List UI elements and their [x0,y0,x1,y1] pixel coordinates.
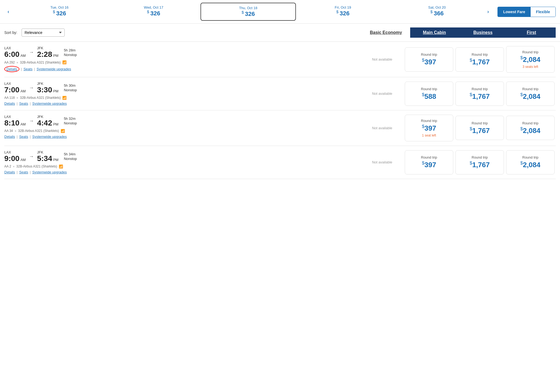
wifi-icon: 📶 [59,164,63,169]
prev-date-arrow[interactable]: ‹ [4,7,12,17]
main-cabin-price-card[interactable]: Round trip $588 [405,82,453,106]
date-tab-2[interactable]: Thu, Oct 18 $ 326 [201,3,296,21]
flight-airports: LAX 8:10 AM → JFK 4:42 PM 5h 32m Nonstop [4,115,104,127]
systemwide-upgrades-link[interactable]: Systemwide upgrades [32,102,67,106]
flight-meta: AA 2 ● 32B-Airbus A321 (Sharklets) 📶 [4,164,104,169]
flight-number: AA 34 [4,129,13,133]
flight-airports: LAX 7:00 AM → JFK 3:30 PM 5h 30m Nonstop [4,82,104,94]
first-price-card[interactable]: Round trip $2,084 [506,150,555,174]
business-header[interactable]: Business [459,27,507,38]
flight-info: LAX 7:00 AM → JFK 3:30 PM 5h 30m Nonstop… [4,82,107,106]
flexible-button[interactable]: Flexible [531,7,555,17]
flight-info: LAX 8:10 AM → JFK 4:42 PM 5h 32m Nonstop… [4,115,107,141]
price-cards: Not available Round trip $588 Round trip… [109,82,556,106]
arrival-airport: JFK 2:28 PM [37,46,58,59]
first-price-card[interactable]: Round trip $2,084 [506,82,555,106]
lowest-fare-button[interactable]: Lowest Fare [498,7,531,17]
aircraft-type: 32B-Airbus A321 (Sharklets) [18,129,59,133]
dot-separator: ● [13,164,15,168]
date-tab-4[interactable]: Sat, Oct 20 $ 366 [390,3,484,21]
flight-row: LAX 7:00 AM → JFK 3:30 PM 5h 30m Nonstop… [4,77,556,110]
dot-separator: ● [16,96,18,100]
dot-separator: ● [15,129,16,133]
details-link[interactable]: Details [4,102,15,106]
price-cards: Not available Round trip $397 Round trip… [109,46,556,73]
basic-economy-unavailable: Not available [361,124,404,132]
basic-economy-unavailable: Not available [361,55,404,64]
business-price-card[interactable]: Round trip $1,767 [455,116,504,140]
business-price-card[interactable]: Round trip $1,767 [455,47,504,72]
flight-number: AA 292 [4,61,15,64]
flight-airports: LAX 6:00 AM → JFK 2:28 PM 5h 28m Nonstop [4,46,104,59]
flight-number: AA 118 [4,96,15,100]
sort-header: Sort by: Relevance Basic Economy Main Ca… [0,24,560,42]
date-navigation: ‹ Tue, Oct 16 $ 326 Wed, Oct 17 $ 326 Th… [0,0,560,24]
fare-toggle: Lowest Fare Flexible [497,7,556,17]
first-price-card[interactable]: Round trip $2,084 3 seats left [506,46,555,73]
column-headers: Basic Economy Main Cabin Business First [69,27,556,38]
flight-duration-block: 5h 32m Nonstop [64,117,77,125]
flight-number: AA 2 [4,164,11,168]
flights-list: LAX 6:00 AM → JFK 2:28 PM 5h 28m Nonstop… [0,42,560,179]
flight-info: LAX 9:00 AM → JFK 5:34 PM 5h 34m Nonstop… [4,150,107,174]
seats-link[interactable]: Seats [23,67,32,71]
main-cabin-price-card[interactable]: Round trip $397 [405,47,453,72]
sort-label: Sort by: [4,30,17,35]
basic-economy-header[interactable]: Basic Economy [362,27,410,38]
basic-economy-unavailable: Not available [361,158,404,166]
date-tab-0[interactable]: Tue, Oct 16 $ 326 [12,3,106,21]
arrival-airport: JFK 4:42 PM [37,115,58,127]
aircraft-type: 32B-Airbus A321 (Sharklets) [20,96,61,100]
flight-links: Details | Seats | Systemwide upgrades [4,66,104,72]
details-link[interactable]: Details [4,170,15,174]
basic-economy-unavailable: Not available [361,89,404,98]
details-link[interactable]: Details [4,66,19,72]
main-cabin-price-card[interactable]: Round trip $397 1 seat left [405,115,453,141]
arrow-icon: → [29,50,34,55]
flight-airports: LAX 9:00 AM → JFK 5:34 PM 5h 34m Nonstop [4,150,104,163]
first-header[interactable]: First [507,27,556,38]
sort-select[interactable]: Relevance [22,29,65,37]
arrow-icon: → [29,85,34,91]
date-tab-1[interactable]: Wed, Oct 17 $ 326 [106,3,201,21]
price-cards: Not available Round trip $397 Round trip… [109,150,556,174]
price-cards: Not available Round trip $397 1 seat lef… [109,115,556,141]
departure-airport: LAX 8:10 AM [4,115,26,127]
details-link[interactable]: Details [4,135,15,139]
wifi-icon: 📶 [62,96,67,100]
wifi-icon: 📶 [62,60,67,64]
flight-meta: AA 292 ● 32B-Airbus A321 (Sharklets) 📶 [4,60,104,64]
aircraft-type: 32B-Airbus A321 (Sharklets) [16,164,57,168]
flight-row: LAX 8:10 AM → JFK 4:42 PM 5h 32m Nonstop… [4,110,556,146]
date-tab-3[interactable]: Fri, Oct 19 $ 326 [296,3,390,21]
arrow-icon: → [29,154,34,159]
flight-row: LAX 9:00 AM → JFK 5:34 PM 5h 34m Nonstop… [4,146,556,179]
flight-meta: AA 118 ● 32B-Airbus A321 (Sharklets) 📶 [4,96,104,100]
seats-link[interactable]: Seats [19,170,28,174]
flight-info: LAX 6:00 AM → JFK 2:28 PM 5h 28m Nonstop… [4,46,107,73]
seats-link[interactable]: Seats [19,135,28,139]
seats-link[interactable]: Seats [19,102,28,106]
seats-left-badge: 3 seats left [523,65,538,69]
flight-duration-block: 5h 28m Nonstop [64,48,77,57]
flight-links: Details | Seats | Systemwide upgrades [4,102,104,106]
wifi-icon: 📶 [61,129,65,133]
main-cabin-header[interactable]: Main Cabin [410,27,459,38]
main-cabin-price-card[interactable]: Round trip $397 [405,150,453,174]
flight-links: Details | Seats | Systemwide upgrades [4,135,104,139]
flight-row: LAX 6:00 AM → JFK 2:28 PM 5h 28m Nonstop… [4,42,556,77]
aircraft-type: 32B-Airbus A321 (Sharklets) [20,61,61,64]
systemwide-upgrades-link[interactable]: Systemwide upgrades [32,170,67,174]
departure-airport: LAX 6:00 AM [4,46,26,59]
departure-airport: LAX 9:00 AM [4,150,26,163]
flight-links: Details | Seats | Systemwide upgrades [4,170,104,174]
systemwide-upgrades-link[interactable]: Systemwide upgrades [37,67,71,71]
flight-meta: AA 34 ● 32B-Airbus A321 (Sharklets) 📶 [4,129,104,133]
next-date-arrow[interactable]: › [484,7,492,17]
arrival-airport: JFK 3:30 PM [37,82,58,94]
arrow-icon: → [29,118,34,124]
business-price-card[interactable]: Round trip $1,767 [455,150,504,174]
systemwide-upgrades-link[interactable]: Systemwide upgrades [32,135,67,139]
first-price-card[interactable]: Round trip $2,084 [506,116,555,140]
business-price-card[interactable]: Round trip $1,767 [455,82,504,106]
